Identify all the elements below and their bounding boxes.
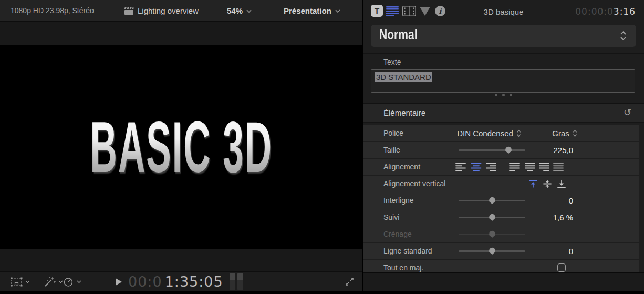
valign-top-button[interactable]: [529, 180, 537, 188]
row-suivi: Suivi 1,6 %: [363, 209, 639, 226]
justify-right-button[interactable]: [539, 163, 550, 171]
viewer-toolbar: 1080p HD 23.98p, Stéréo Lighting overvie…: [0, 0, 362, 22]
zoom-level-dropdown[interactable]: 54%: [227, 0, 252, 22]
justify-all-icon: [553, 163, 564, 171]
viewer-stage: BASIC 3D: [0, 22, 362, 271]
alignement-label: Alignement: [383, 159, 420, 175]
enhancements-button[interactable]: [43, 272, 63, 291]
format-info: 1080p HD 23.98p, Stéréo: [11, 0, 94, 22]
slider-thumb[interactable]: [489, 247, 496, 255]
alignement-vertical-label: Alignement vertical: [383, 176, 445, 192]
selected-text: 3D STANDARD: [375, 72, 432, 82]
police-label: Police: [383, 125, 403, 141]
speedometer-icon: [63, 277, 74, 287]
slider-thumb[interactable]: [489, 214, 496, 221]
suivi-value[interactable]: 1,6 %: [515, 209, 573, 226]
row-police: Police DIN Condensed Gras: [363, 125, 639, 141]
retime-button[interactable]: [63, 272, 81, 291]
valign-bottom-button[interactable]: [557, 180, 566, 188]
preset-dropdown[interactable]: Normal: [371, 25, 636, 47]
row-taille: Taille 225,0: [363, 142, 639, 158]
chevron-down-icon: [58, 280, 63, 283]
play-button[interactable]: [116, 272, 122, 291]
preset-value: Normal: [379, 27, 418, 43]
align-right-icon: [485, 163, 496, 171]
row-alignement-vertical: Alignement vertical: [363, 176, 639, 192]
up-down-chevrons-icon: [620, 31, 627, 41]
font-face-popup[interactable]: Gras: [546, 125, 584, 141]
align-center-button[interactable]: [471, 163, 482, 171]
parameter-rows: Police DIN Condensed Gras Taille: [363, 125, 644, 277]
audio-meters[interactable]: [230, 272, 243, 291]
crenage-label: Crénage: [383, 226, 412, 242]
justify-center-icon: [525, 163, 536, 171]
font-family-popup[interactable]: DIN Condensed: [454, 125, 524, 141]
tout-en-maj-checkbox[interactable]: [557, 263, 566, 272]
valign-middle-button[interactable]: [543, 180, 552, 188]
row-alignement: Alignement: [363, 159, 639, 175]
clapper-icon: [124, 7, 134, 15]
timecode-bright-part: 1:35:05: [165, 273, 223, 290]
justify-center-button[interactable]: [525, 163, 536, 171]
chevron-down-icon: [77, 280, 81, 283]
row-crenage: Crénage: [363, 226, 639, 242]
slider-thumb: [489, 230, 496, 238]
inspector-header: T i 3D basique 00:00:03:16: [363, 0, 644, 23]
justify-left-icon: [509, 163, 520, 171]
timecode-dim-part: 00:0: [128, 273, 162, 290]
magic-wand-icon: [43, 277, 56, 287]
audio-meter-right: [237, 273, 243, 290]
clip-duration-timecode: 00:00:03:16: [575, 6, 636, 17]
slider-thumb[interactable]: [489, 197, 496, 205]
justify-all-button[interactable]: [553, 163, 564, 171]
font-face-value: Gras: [552, 129, 569, 138]
align-left-button[interactable]: [455, 163, 466, 171]
row-ligne-standard: Ligne standard 0: [363, 243, 639, 259]
transform-tools-button[interactable]: [11, 272, 30, 291]
view-menu-dropdown[interactable]: Présentation: [284, 0, 340, 22]
zoom-level-value: 54%: [227, 6, 243, 15]
project-name[interactable]: Lighting overview: [138, 0, 199, 22]
timecode-dim-part: 00:00:0: [575, 6, 614, 17]
valign-top-icon: [529, 180, 537, 188]
viewer-bottom-bar: 00:01:35:05: [0, 271, 362, 291]
chevron-down-icon: [335, 9, 340, 13]
row-interligne: Interligne 0: [363, 192, 639, 209]
viewer-pane: 1080p HD 23.98p, Stéréo Lighting overvie…: [0, 0, 362, 291]
expand-icon: [345, 277, 355, 287]
valign-bottom-icon: [557, 180, 566, 188]
align-center-icon: [471, 163, 482, 171]
section-header-elementaire: Élémentaire ↺: [363, 103, 644, 123]
playhead-timecode[interactable]: 00:01:35:05: [128, 272, 223, 291]
fullscreen-button[interactable]: [345, 272, 355, 291]
ligne-standard-label: Ligne standard: [383, 243, 432, 259]
slider-thumb[interactable]: [505, 146, 512, 154]
resize-handle[interactable]: [363, 94, 644, 96]
reset-icon[interactable]: ↺: [624, 107, 631, 118]
valign-middle-icon: [543, 180, 552, 188]
justify-right-icon: [539, 163, 550, 171]
justify-left-button[interactable]: [509, 163, 520, 171]
canvas-title-text: BASIC 3D: [90, 105, 272, 189]
interligne-label: Interligne: [383, 192, 414, 209]
inspector-bottom-strip: [363, 272, 644, 291]
texte-input[interactable]: 3D STANDARD: [371, 69, 635, 93]
taille-value[interactable]: 225,0: [515, 142, 573, 158]
suivi-label: Suivi: [383, 209, 399, 226]
chevron-down-icon: [25, 280, 30, 283]
audio-meter-left: [230, 273, 235, 290]
crenage-slider: [459, 226, 525, 242]
up-down-chevrons-icon: [573, 129, 577, 137]
section-title: Élémentaire: [383, 104, 425, 123]
taille-label: Taille: [383, 142, 400, 158]
ligne-standard-value[interactable]: 0: [515, 243, 573, 259]
align-left-icon: [455, 163, 466, 171]
transform-icon: [11, 277, 23, 287]
inspector-pane: T i 3D basique 00:00:03:16: [363, 0, 644, 291]
chevron-down-icon: [246, 9, 252, 13]
divider: [363, 53, 644, 54]
play-icon: [116, 278, 122, 286]
interligne-value[interactable]: 0: [515, 192, 573, 209]
align-right-button[interactable]: [485, 163, 496, 171]
video-canvas: BASIC 3D: [0, 45, 362, 249]
